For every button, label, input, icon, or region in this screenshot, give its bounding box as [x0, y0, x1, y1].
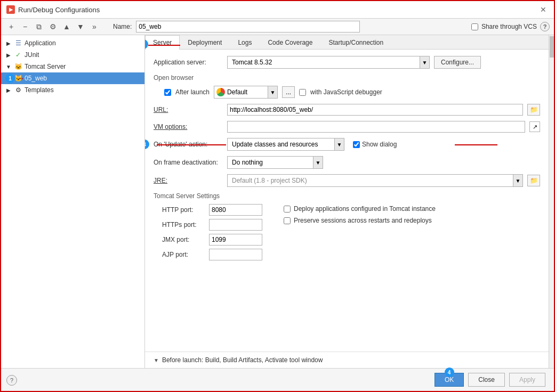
before-launch-section: ▼ Before launch: Build, Build Artifacts,…	[145, 352, 549, 368]
app-server-arrow[interactable]: ▼	[420, 56, 429, 68]
on-frame-row: On frame deactivation: Do nothing ▼	[154, 156, 540, 169]
sidebar: ▶ ☰ Application ▶ ✓ JUnit ▼ 🐱 Tomcat Ser…	[1, 35, 145, 368]
after-launch-checkbox[interactable]	[164, 89, 171, 96]
ajp-port-label: AJP port:	[162, 251, 205, 258]
deploy-tomcat-checkbox[interactable]	[284, 206, 291, 213]
show-dialog-checkbox[interactable]	[353, 141, 360, 148]
preserve-sessions-checkbox[interactable]	[284, 217, 291, 224]
sidebar-item-junit[interactable]: ▶ ✓ JUnit	[1, 49, 144, 61]
badge-4: 4	[445, 368, 454, 377]
tabs-container: Server Deployment Logs Code Coverage Sta…	[145, 35, 549, 50]
gear-button[interactable]: ⚙	[47, 21, 59, 32]
sidebar-item-application[interactable]: ▶ ☰ Application	[1, 37, 144, 49]
expand-arrow-application: ▶	[5, 40, 12, 46]
preserve-sessions-label: Preserve sessions across restarts and re…	[294, 217, 432, 224]
jre-arrow[interactable]: ▼	[513, 175, 522, 186]
sidebar-item-templates[interactable]: ▶ ⚙ Templates	[1, 84, 144, 96]
move-down-button[interactable]: ▼	[75, 21, 86, 32]
ports-and-checks: HTTP port: HTTPs port: JMX port: AJ	[154, 204, 540, 264]
jre-folder-button[interactable]: 📁	[527, 175, 540, 186]
jmx-port-row: JMX port:	[162, 234, 262, 246]
close-button[interactable]: ✕	[538, 4, 549, 15]
tabs: Server Deployment Logs Code Coverage Sta…	[145, 35, 549, 50]
title-bar: ▶ Run/Debug Configurations ✕	[1, 1, 554, 19]
expand-arrow-junit: ▶	[5, 52, 12, 58]
expand-arrow-templates: ▶	[5, 87, 12, 93]
ajp-port-input[interactable]	[209, 249, 262, 260]
tomcat-settings-title: Tomcat Server Settings	[154, 192, 540, 200]
jmx-port-label: JMX port:	[162, 236, 205, 243]
url-folder-button[interactable]: 📁	[527, 104, 540, 116]
jre-row: JRE: Default (1.8 - project SDK) ▼ 📁	[154, 174, 540, 187]
sidebar-item-tomcat[interactable]: ▼ 🐱 Tomcat Server	[1, 61, 144, 72]
browser-combo[interactable]: Default ▼	[214, 86, 278, 99]
chrome-icon	[216, 88, 225, 96]
scrollbar-thumb[interactable]	[550, 36, 554, 58]
http-port-label: HTTP port:	[162, 206, 205, 214]
deploy-check-row: Deploy applications configured in Tomcat…	[284, 205, 436, 213]
apply-button[interactable]: Apply	[509, 373, 545, 387]
browser-more-button[interactable]: ...	[282, 86, 295, 98]
copy-button[interactable]: ⧉	[33, 21, 45, 32]
05web-label: 05_web	[25, 75, 47, 82]
show-dialog-label: Show dialog	[362, 141, 397, 148]
tree-section: ▶ ☰ Application ▶ ✓ JUnit ▼ 🐱 Tomcat Ser…	[1, 35, 144, 98]
run-debug-window: ▶ Run/Debug Configurations ✕ + − ⧉ ⚙ ▲ ▼…	[0, 0, 555, 392]
on-frame-arrow[interactable]: ▼	[313, 157, 323, 168]
on-update-value: Update classes and resources	[228, 141, 334, 148]
app-server-value: Tomcat 8.5.32	[228, 59, 420, 66]
after-launch-label: After launch	[175, 88, 210, 96]
on-frame-combo[interactable]: Do nothing ▼	[227, 156, 323, 169]
browser-arrow[interactable]: ▼	[268, 86, 277, 98]
https-port-input[interactable]	[209, 219, 262, 231]
tab-server[interactable]: Server	[145, 35, 180, 50]
footer-buttons: 4 OK Close Apply	[435, 373, 545, 387]
window-icon: ▶	[6, 5, 15, 14]
tab-code-coverage[interactable]: Code Coverage	[260, 35, 320, 50]
help-button-top[interactable]: ?	[540, 22, 550, 31]
move-up-button[interactable]: ▲	[61, 21, 73, 32]
window-title: Run/Debug Configurations	[18, 6, 100, 14]
show-dialog-row: Show dialog	[353, 141, 397, 148]
right-panel: Server Deployment Logs Code Coverage Sta…	[145, 35, 549, 368]
more-toolbar-button[interactable]: »	[89, 21, 100, 32]
url-input[interactable]	[227, 104, 523, 116]
badge-3: 3	[145, 140, 149, 149]
close-dialog-button[interactable]: Close	[468, 373, 505, 387]
add-button[interactable]: +	[5, 21, 17, 32]
http-port-input[interactable]	[209, 204, 262, 216]
badge-3-container: 3	[145, 140, 149, 149]
vm-options-input[interactable]	[227, 121, 525, 133]
jre-combo[interactable]: Default (1.8 - project SDK) ▼	[227, 174, 523, 187]
tab-deployment[interactable]: Deployment	[180, 35, 230, 50]
help-button-bottom[interactable]: ?	[6, 375, 17, 386]
remove-button[interactable]: −	[19, 21, 31, 32]
vm-options-row: VM options: ↗	[154, 121, 540, 133]
tab-logs[interactable]: Logs	[230, 35, 260, 50]
vm-options-label: VM options:	[154, 123, 223, 130]
arrow-1: →	[17, 74, 25, 83]
tab-startup[interactable]: Startup/Connection	[320, 35, 391, 50]
scrollbar[interactable]	[549, 35, 554, 368]
jre-label: JRE:	[154, 177, 223, 184]
jmx-port-input[interactable]	[209, 234, 262, 246]
url-row: URL: 📁	[154, 104, 540, 116]
on-update-combo[interactable]: Update classes and resources ▼	[227, 138, 344, 151]
name-row: Name:	[102, 21, 464, 32]
share-area: Share through VCS ?	[471, 22, 550, 31]
app-server-combo[interactable]: Tomcat 8.5.32 ▼	[227, 56, 430, 69]
configure-button[interactable]: Configure...	[434, 56, 481, 69]
panel-content: Application server: Tomcat 8.5.32 ▼ Conf…	[145, 50, 549, 352]
app-server-row: Application server: Tomcat 8.5.32 ▼ Conf…	[154, 56, 540, 69]
vm-expand-button[interactable]: ↗	[529, 121, 540, 132]
share-vcs-checkbox[interactable]	[471, 23, 478, 30]
name-input[interactable]	[136, 21, 360, 32]
js-debugger-checkbox[interactable]	[299, 89, 306, 96]
footer: 4 OK Close Apply	[1, 368, 554, 391]
application-label: Application	[25, 39, 56, 47]
on-update-arrow[interactable]: ▼	[334, 138, 344, 150]
before-launch-arrow: ▼	[154, 357, 159, 363]
after-launch-row: After launch Default ▼ ... with JavaScri…	[164, 86, 540, 99]
junit-icon: ✓	[14, 51, 22, 59]
badge-1: 1	[5, 74, 15, 83]
